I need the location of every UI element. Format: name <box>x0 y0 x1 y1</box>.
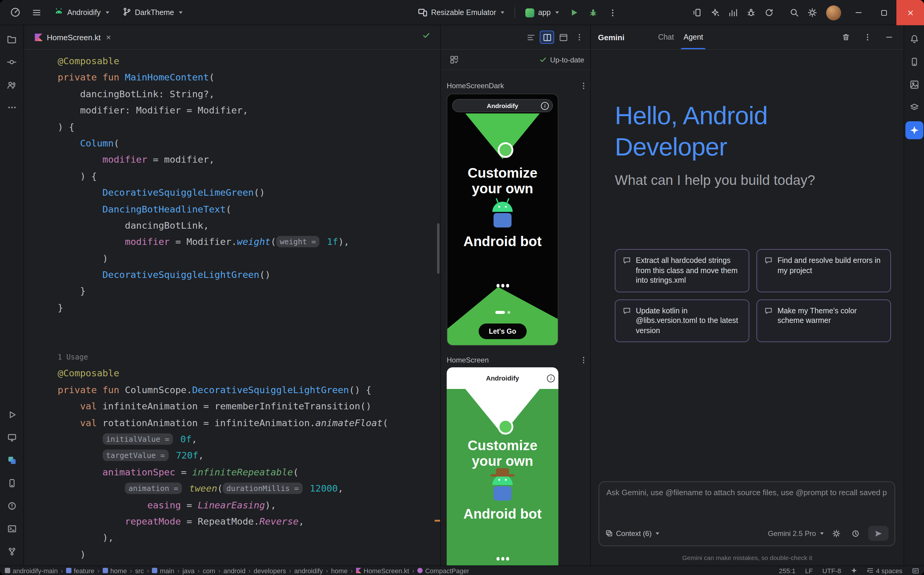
structure-button[interactable] <box>905 98 923 116</box>
search-everywhere-button[interactable] <box>785 3 803 22</box>
gemini-settings-button[interactable] <box>830 527 843 540</box>
close-button[interactable] <box>896 0 924 25</box>
breadcrumb-item[interactable]: home <box>103 567 127 574</box>
line-separator[interactable]: LF <box>805 567 813 574</box>
maximize-button[interactable] <box>871 0 896 25</box>
debug-button[interactable] <box>584 3 603 22</box>
project-tool-button[interactable] <box>3 30 21 48</box>
code-line: @Composable <box>58 366 440 382</box>
sync-project-button[interactable] <box>760 3 778 22</box>
resource-manager-button[interactable] <box>905 76 923 94</box>
breadcrumb-item[interactable]: home <box>331 567 348 574</box>
notifications-button[interactable] <box>905 30 923 48</box>
git-fork-icon <box>7 547 16 556</box>
history-button[interactable] <box>849 527 862 540</box>
homescreendark-preview[interactable]: Androidify i Customizeyour own Android b… <box>447 94 558 346</box>
inspections-ok-icon[interactable] <box>422 31 431 42</box>
suggestion-card-build-errors[interactable]: Find and resolve build errors in my proj… <box>757 249 891 292</box>
more-vertical-icon <box>575 33 584 41</box>
breadcrumb-item[interactable]: main <box>152 567 174 574</box>
headline-text: Customizeyour own <box>447 438 558 469</box>
run-tool-button[interactable] <box>3 406 21 424</box>
more-vertical-icon[interactable] <box>579 82 588 90</box>
people-icon <box>6 79 17 90</box>
device-manager-tool-button[interactable] <box>3 474 21 492</box>
caret-position[interactable]: 255:1 <box>779 567 795 574</box>
tab-agent[interactable]: Agent <box>679 25 708 49</box>
user-avatar[interactable] <box>826 5 841 20</box>
breadcrumb-item[interactable]: android <box>223 567 245 574</box>
terminal-tool-button[interactable] <box>3 520 21 538</box>
indent-setting[interactable]: 4 spaces <box>867 567 902 574</box>
screen-reader-icon[interactable] <box>912 567 919 574</box>
design-view-button[interactable] <box>556 30 570 44</box>
running-devices-tool-button[interactable] <box>3 429 21 446</box>
breadcrumb-item[interactable]: java <box>183 567 194 574</box>
close-tab-icon[interactable]: × <box>106 32 111 42</box>
editor-tab-homescreen[interactable]: HomeScreen.kt × <box>29 25 117 49</box>
device-mirroring-button[interactable] <box>688 3 706 22</box>
ai-assist-button[interactable] <box>706 3 724 22</box>
file-encoding[interactable]: UTF-8 <box>822 567 841 574</box>
settings-button[interactable] <box>803 3 821 22</box>
breadcrumb-item[interactable]: androidify <box>294 567 323 574</box>
gemini-panel: Gemini Chat Agent Hello, Android Develop… <box>591 25 903 565</box>
breadcrumb-item[interactable]: CompactPager <box>417 567 469 574</box>
commit-tool-button[interactable] <box>3 53 21 71</box>
gemini-tool-button[interactable] <box>905 121 923 139</box>
code-area[interactable]: @Composableprivate fun MainHomeContent( … <box>24 50 440 565</box>
device-selector[interactable]: Resizable Emulator <box>413 3 509 22</box>
problems-tool-button[interactable] <box>3 497 21 515</box>
close-icon <box>906 9 914 16</box>
gemini-prompt-input[interactable] <box>606 488 887 512</box>
delete-conversation-button[interactable] <box>839 30 853 44</box>
main-menu-button[interactable] <box>28 3 46 21</box>
lets-go-button[interactable]: Let's Go <box>479 324 526 339</box>
minimize-button[interactable] <box>846 0 871 25</box>
run-configuration-selector[interactable]: app <box>521 3 564 22</box>
homescreen-preview[interactable]: Androidify i Customizeyour own Android b… <box>447 367 558 565</box>
breadcrumb-item[interactable]: src <box>135 567 144 574</box>
run-button[interactable] <box>565 3 583 22</box>
breadcrumb-separator: › <box>351 567 353 574</box>
suggestion-card-theme-warmer[interactable]: Make my Theme's color scheme warmer <box>757 299 891 342</box>
code-line <box>58 333 440 349</box>
editor-scrollbar[interactable] <box>437 223 439 274</box>
code-line: DecorativeSquiggleLightGreen() <box>58 267 440 284</box>
usages-hint[interactable]: 1 Usage <box>58 349 440 366</box>
ai-spark-icon[interactable] <box>851 567 857 574</box>
breadcrumb-separator: › <box>218 567 220 574</box>
suggestion-card-extract-strings[interactable]: Extract all hardcoded strings from this … <box>615 249 749 292</box>
app-quality-insights-button[interactable] <box>742 3 760 22</box>
breadcrumb-item[interactable]: com <box>203 567 215 574</box>
more-vertical-icon[interactable] <box>579 356 588 364</box>
model-selector[interactable]: Gemini 2.5 Pro <box>768 529 824 537</box>
more-run-actions-button[interactable] <box>604 3 622 22</box>
bug-icon <box>589 8 598 17</box>
breadcrumb-item[interactable]: developers <box>254 567 286 574</box>
gemini-more-button[interactable] <box>860 30 875 44</box>
gemini-disclaimer: Gemini can make mistakes, so double-chec… <box>591 554 903 561</box>
device-explorer-button[interactable] <box>905 53 923 71</box>
tab-chat[interactable]: Chat <box>653 25 679 49</box>
version-control-tool-button[interactable] <box>3 543 21 561</box>
build-variants-tool-button[interactable] <box>3 451 21 469</box>
profiler-button[interactable] <box>724 3 742 22</box>
breadcrumb-item[interactable]: feature <box>66 567 95 574</box>
breadcrumb-item[interactable]: androidify-main <box>5 567 58 574</box>
project-selector[interactable]: Androidify <box>49 3 114 21</box>
more-tool-windows-button[interactable] <box>3 98 21 116</box>
code-view-button[interactable] <box>523 30 538 44</box>
send-button[interactable] <box>868 526 889 541</box>
breadcrumb-item[interactable]: HomeScreen.kt <box>356 567 409 574</box>
preview-more-button[interactable] <box>572 30 587 44</box>
hide-panel-button[interactable] <box>882 30 896 44</box>
pull-requests-tool-button[interactable] <box>3 76 21 94</box>
vcs-branch-selector[interactable]: DarkTheme <box>118 3 187 21</box>
ui-check-button[interactable] <box>447 53 461 66</box>
breadcrumb-separator: › <box>248 567 251 574</box>
split-view-button[interactable] <box>540 30 554 44</box>
layers-color-icon <box>7 456 16 465</box>
context-selector[interactable]: Context (6) <box>605 529 660 537</box>
suggestion-card-update-kotlin[interactable]: Update kotlin in @libs.version.toml to t… <box>615 299 749 342</box>
